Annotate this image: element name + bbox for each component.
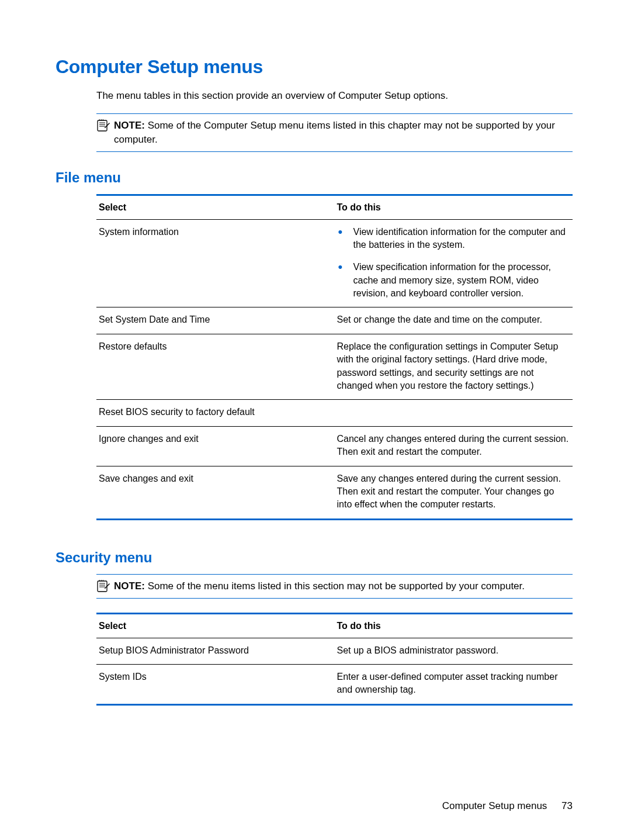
cell-todo: View identification information for the … — [335, 219, 573, 307]
file-menu-heading: File menu — [56, 170, 573, 186]
note-block-1: NOTE: Some of the Computer Setup menu it… — [96, 113, 573, 152]
page-footer: Computer Setup menus 73 — [442, 800, 573, 812]
col-header-todo: To do this — [335, 195, 573, 219]
note-label: NOTE: — [114, 120, 145, 131]
table-row: Set System Date and Time Set or change t… — [96, 307, 573, 334]
cell-todo: Save any changes entered during the curr… — [335, 466, 573, 519]
cell-todo: Set or change the date and time on the c… — [335, 307, 573, 334]
table-row: Setup BIOS Administrator Password Set up… — [96, 638, 573, 664]
note-text: Some of the menu items listed in this se… — [148, 580, 525, 592]
note-icon — [96, 580, 110, 593]
cell-select: System IDs — [96, 664, 335, 704]
cell-select: Ignore changes and exit — [96, 426, 335, 466]
col-header-todo: To do this — [335, 613, 573, 638]
table-row: System information View identification i… — [96, 219, 573, 307]
note-text: Some of the Computer Setup menu items li… — [114, 120, 555, 145]
intro-text: The menu tables in this section provide … — [96, 89, 573, 103]
page-title: Computer Setup menus — [56, 56, 573, 78]
table-row: Reset BIOS security to factory default — [96, 400, 573, 426]
cell-todo: Enter a user-defined computer asset trac… — [335, 664, 573, 704]
cell-select: System information — [96, 219, 335, 307]
footer-title: Computer Setup menus — [442, 800, 547, 811]
cell-todo: Set up a BIOS administrator password. — [335, 638, 573, 664]
cell-select: Save changes and exit — [96, 466, 335, 519]
file-menu-table: Select To do this System information Vie… — [96, 194, 573, 520]
note-label: NOTE: — [114, 580, 145, 592]
security-menu-table: Select To do this Setup BIOS Administrat… — [96, 613, 573, 706]
page-number: 73 — [561, 800, 573, 811]
svg-rect-4 — [98, 581, 107, 592]
table-row: Restore defaults Replace the configurati… — [96, 334, 573, 400]
cell-select: Set System Date and Time — [96, 307, 335, 334]
note-icon — [96, 119, 110, 132]
table-row: Save changes and exit Save any changes e… — [96, 466, 573, 519]
security-menu-heading: Security menu — [56, 549, 573, 566]
list-item: View specification information for the p… — [337, 261, 571, 300]
note-block-2: NOTE: Some of the menu items listed in t… — [96, 574, 573, 599]
col-header-select: Select — [96, 613, 335, 638]
cell-select: Setup BIOS Administrator Password — [96, 638, 335, 664]
cell-select: Restore defaults — [96, 334, 335, 400]
cell-todo: Cancel any changes entered during the cu… — [335, 426, 573, 466]
table-row: System IDs Enter a user-defined computer… — [96, 664, 573, 704]
cell-select: Reset BIOS security to factory default — [96, 400, 335, 426]
col-header-select: Select — [96, 195, 335, 219]
table-row: Ignore changes and exit Cancel any chang… — [96, 426, 573, 466]
cell-todo: Replace the configuration settings in Co… — [335, 334, 573, 400]
cell-todo — [335, 400, 573, 426]
svg-rect-0 — [98, 120, 107, 131]
list-item: View identification information for the … — [337, 226, 571, 252]
